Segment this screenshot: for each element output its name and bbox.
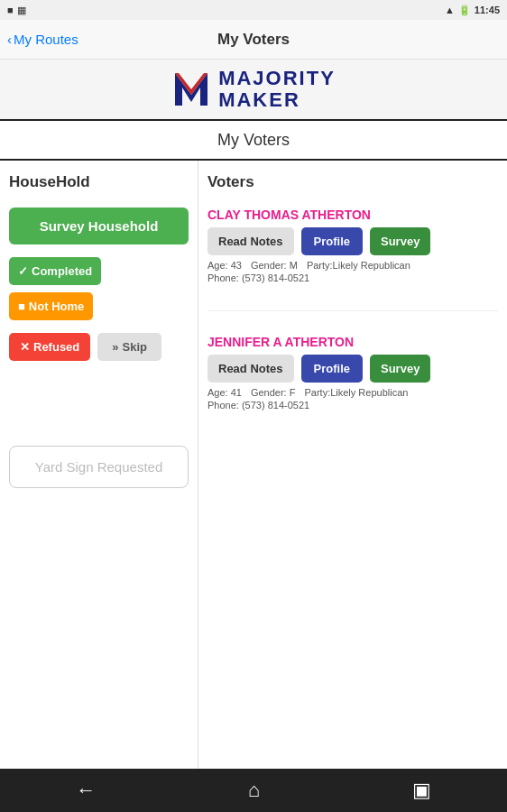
voter-divider: [207, 310, 498, 311]
clock: 11:45: [475, 5, 500, 15]
voter-1-info: Age: 43 Gender: M Party:Likely Republica…: [207, 260, 498, 271]
voter-1-profile-button[interactable]: Profile: [301, 227, 363, 255]
voter-2-name: JENNIFER A ATHERTON: [207, 335, 498, 349]
recent-nav-icon[interactable]: ▣: [412, 779, 431, 802]
status-bar: ■ ▦ ▲ 🔋 11:45: [0, 0, 507, 20]
voter-2-actions: Read Notes Profile Survey: [207, 355, 498, 383]
refused-skip-row: ✕ Refused » Skip: [9, 333, 189, 361]
completed-label: Completed: [32, 264, 92, 278]
my-voters-label: My Voters: [217, 131, 290, 150]
chevron-left-icon: ‹: [7, 32, 12, 47]
voter-1-actions: Read Notes Profile Survey: [207, 227, 498, 255]
voter-1-party: Party:Likely Republican: [307, 260, 410, 271]
not-home-label: Not Home: [29, 300, 84, 313]
not-home-button[interactable]: ■ Not Home: [9, 292, 93, 320]
voter-1-phone: Phone: (573) 814-0521: [207, 272, 498, 283]
voter-1-read-notes-button[interactable]: Read Notes: [207, 227, 294, 255]
grid-icon: ▦: [17, 5, 26, 16]
right-panel: Voters CLAY THOMAS ATHERTON Read Notes P…: [198, 161, 507, 769]
logo: MAJORITY MAKER: [171, 68, 336, 111]
voters-title: Voters: [207, 173, 498, 191]
completed-button[interactable]: ✓ Completed: [9, 257, 101, 285]
voter-2-phone: Phone: (573) 814-0521: [207, 400, 498, 411]
voter-1-name: CLAY THOMAS ATHERTON: [207, 208, 498, 222]
skip-arrows-icon: »: [112, 340, 118, 354]
voter-1-age: Age: 43: [207, 260, 242, 271]
home-nav-icon[interactable]: ⌂: [248, 779, 260, 802]
back-nav-icon[interactable]: ←: [76, 779, 96, 802]
voter-2-info: Age: 41 Gender: F Party:Likely Republica…: [207, 387, 498, 398]
refused-label: Refused: [33, 340, 79, 354]
bottom-nav: ← ⌂ ▣: [0, 769, 507, 812]
voter-2-age: Age: 41: [207, 387, 242, 398]
voter-2-party: Party:Likely Republican: [304, 387, 408, 398]
nav-bar: ‹ My Routes My Voters: [0, 20, 507, 60]
logo-maker: MAKER: [218, 89, 336, 111]
minus-icon: ■: [18, 300, 25, 313]
skip-button[interactable]: » Skip: [97, 333, 161, 361]
logo-icon: [171, 69, 211, 109]
my-voters-banner: My Voters: [0, 121, 507, 161]
x-icon: ✕: [20, 340, 30, 354]
voter-2-gender: Gender: F: [251, 387, 296, 398]
status-right-icons: ▲ 🔋 11:45: [445, 5, 500, 16]
status-left-icons: ■ ▦: [7, 5, 26, 16]
logo-area: MAJORITY MAKER: [0, 60, 507, 121]
status-buttons: ✓ Completed ■ Not Home: [9, 257, 189, 320]
signal-icon: ■: [7, 5, 14, 15]
refused-button[interactable]: ✕ Refused: [9, 333, 90, 361]
logo-majority: MAJORITY: [218, 68, 336, 89]
back-button[interactable]: ‹ My Routes: [7, 32, 78, 47]
voter-section-2: JENNIFER A ATHERTON Read Notes Profile S…: [207, 335, 498, 411]
voter-2-survey-button[interactable]: Survey: [370, 355, 430, 383]
survey-household-button[interactable]: Survey Household: [9, 208, 189, 245]
yard-sign-button[interactable]: Yard Sign Requested: [9, 446, 189, 488]
back-label: My Routes: [14, 32, 78, 47]
logo-words: MAJORITY MAKER: [218, 68, 336, 111]
voter-2-profile-button[interactable]: Profile: [301, 355, 363, 383]
voter-1-survey-button[interactable]: Survey: [370, 227, 430, 255]
voter-section-1: CLAY THOMAS ATHERTON Read Notes Profile …: [207, 208, 498, 283]
voter-2-read-notes-button[interactable]: Read Notes: [207, 355, 294, 383]
household-title: HouseHold: [9, 173, 189, 191]
voter-1-gender: Gender: M: [251, 260, 298, 271]
check-icon: ✓: [18, 264, 28, 278]
skip-label: Skip: [123, 340, 147, 354]
main-content: HouseHold Survey Household ✓ Completed ■…: [0, 161, 507, 769]
battery-icon: 🔋: [458, 5, 471, 16]
wifi-icon: ▲: [445, 5, 455, 15]
nav-title: My Voters: [217, 31, 290, 49]
left-panel: HouseHold Survey Household ✓ Completed ■…: [0, 161, 198, 769]
